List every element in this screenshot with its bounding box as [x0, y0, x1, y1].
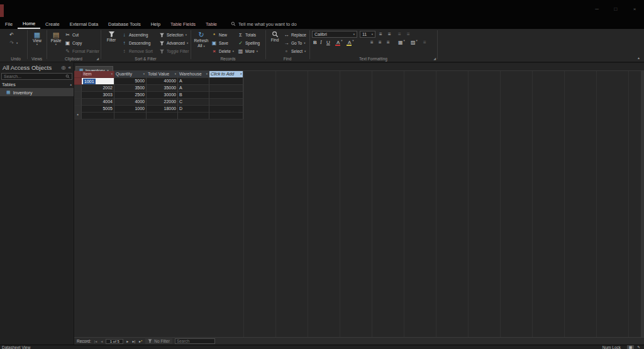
italic-button[interactable]: I [320, 40, 322, 47]
cell-total-value[interactable]: 30000 [147, 92, 178, 99]
row-selector[interactable] [74, 99, 82, 106]
row-selector[interactable] [74, 85, 82, 92]
cell-total-value[interactable] [147, 113, 178, 119]
copy-button[interactable]: ▣Copy [65, 39, 99, 47]
column-header-click-to-add[interactable]: Click to Add▾ [209, 71, 243, 78]
save-button[interactable]: ▣Save [211, 39, 234, 47]
cell-item[interactable] [82, 113, 114, 119]
totals-button[interactable]: ΣTotals [238, 31, 260, 39]
row-selector[interactable] [74, 92, 82, 99]
cell-quantity[interactable]: 5000 [114, 78, 147, 85]
tab-help[interactable]: Help [146, 19, 165, 29]
cell-item[interactable]: 2002 [82, 85, 114, 92]
delete-button[interactable]: ×Delete▾ [211, 47, 234, 55]
paste-button[interactable]: ▤ Paste ▾ [49, 31, 63, 46]
row-selector[interactable] [74, 78, 82, 85]
cell-click-to-add[interactable] [209, 92, 243, 99]
cell-warehouse[interactable] [178, 113, 209, 119]
cell-quantity[interactable]: 3500 [114, 85, 147, 92]
cell-quantity[interactable]: 2500 [114, 92, 147, 99]
column-header-quantity[interactable]: Quantity▾ [114, 71, 147, 78]
cell-total-value[interactable]: 22000 [147, 99, 178, 106]
cell-click-to-add[interactable] [209, 113, 243, 119]
find-button[interactable]: Find [268, 31, 282, 43]
text-formatting-dialog-launcher-icon[interactable]: ◢ [433, 57, 436, 60]
decrease-indent-icon[interactable]: ≡ [398, 31, 401, 39]
toggle-filter-button[interactable]: Toggle Filter [159, 47, 189, 55]
new-record-nav-button[interactable]: ▸* [138, 339, 143, 343]
clipboard-dialog-launcher-icon[interactable]: ◢ [96, 57, 99, 60]
bullet-list-icon[interactable]: ≡ [379, 31, 382, 39]
cell-item[interactable]: 4004 [82, 99, 114, 106]
tab-home[interactable]: Home [18, 19, 40, 29]
record-search-box[interactable] [175, 338, 215, 344]
cell-click-to-add[interactable] [209, 78, 243, 85]
record-search-input[interactable] [177, 339, 213, 343]
align-center-icon[interactable]: ≡ [379, 40, 382, 47]
cell-warehouse[interactable]: B [178, 92, 209, 99]
column-header-total-value[interactable]: Total Value▾ [147, 71, 178, 78]
shutter-close-icon[interactable]: « [69, 65, 71, 70]
highlight-color-button[interactable]: A▾ [348, 40, 354, 47]
gridlines-button[interactable]: ▦▾ [398, 40, 405, 47]
nav-search-input[interactable] [4, 74, 65, 79]
tab-database-tools[interactable]: Database Tools [103, 19, 146, 29]
datasheet-view-button[interactable]: ▦ [627, 345, 634, 349]
tab-table-fields[interactable]: Table Fields [165, 19, 201, 29]
align-left-icon[interactable]: ≡ [370, 40, 374, 47]
font-color-button[interactable]: A▾ [336, 40, 343, 47]
font-size-combo[interactable]: 11▾ [360, 31, 375, 38]
spelling-button[interactable]: ✓Spelling [238, 39, 260, 47]
cell-item[interactable]: 3003 [82, 92, 114, 99]
bold-button[interactable]: B [313, 40, 317, 47]
row-selector[interactable] [74, 106, 82, 113]
cell-total-value[interactable]: 40000 [147, 78, 178, 85]
nav-search-box[interactable] [1, 73, 72, 80]
nav-options-icon[interactable]: ◎ [62, 65, 66, 70]
more-button[interactable]: ▥More▾ [238, 47, 260, 55]
nav-item-inventory[interactable]: ▦ Inventory [0, 89, 74, 96]
goto-button[interactable]: →Go To▾ [284, 39, 306, 47]
cell-item[interactable]: 5005 [82, 106, 114, 113]
new-record-selector[interactable]: * [74, 113, 82, 119]
maximize-button[interactable]: □ [606, 6, 625, 12]
undo-button[interactable]: ↶ [9, 31, 18, 39]
filter-dropdown-icon[interactable]: ▾ [143, 71, 145, 77]
cell-item[interactable]: 1001 [82, 78, 114, 85]
nav-group-tables[interactable]: Tables ▴ [0, 80, 74, 89]
underline-button[interactable]: U [326, 40, 330, 47]
cell-warehouse[interactable]: A [178, 78, 209, 85]
column-header-warehouse[interactable]: Warehouse▾ [178, 71, 209, 78]
cell-warehouse[interactable]: A [178, 85, 209, 92]
advanced-button[interactable]: Advanced▾ [159, 39, 189, 47]
tab-table[interactable]: Table [201, 19, 222, 29]
select-all-corner[interactable] [74, 71, 82, 78]
background-color-button[interactable]: ▨▾ [411, 40, 418, 47]
view-button[interactable]: ▦ View ▾ [30, 31, 44, 46]
refresh-all-button[interactable]: ↻ Refresh All ▾ [193, 31, 209, 48]
text-direction-icon[interactable]: ≡ [423, 40, 426, 47]
cell-total-value[interactable]: 35000 [147, 85, 178, 92]
tab-create[interactable]: Create [40, 19, 65, 29]
selection-button[interactable]: Selection▾ [159, 31, 189, 39]
last-record-button[interactable]: ▸| [131, 339, 136, 343]
tab-external-data[interactable]: External Data [65, 19, 103, 29]
new-record-button[interactable]: *New [211, 31, 234, 39]
cut-button[interactable]: ✂Cut [65, 31, 99, 39]
filter-dropdown-icon[interactable]: ▾ [206, 71, 208, 77]
first-record-button[interactable]: |◂ [94, 339, 98, 343]
tell-me-box[interactable]: Tell me what you want to do [231, 19, 297, 29]
cell-total-value[interactable]: 18000 [147, 106, 178, 113]
tab-file[interactable]: File [0, 19, 18, 29]
select-button[interactable]: ▫Select▾ [284, 47, 306, 55]
align-right-icon[interactable]: ≡ [387, 40, 390, 47]
format-painter-button[interactable]: ✎Format Painter [65, 47, 99, 55]
cell-click-to-add[interactable] [209, 106, 243, 113]
cell-click-to-add[interactable] [209, 99, 243, 106]
filter-dropdown-icon[interactable]: ▾ [111, 71, 113, 77]
record-position-box[interactable]: 1 of 5 [106, 339, 123, 344]
ascending-button[interactable]: ↓Ascending [121, 31, 153, 39]
filter-button[interactable]: Filter [104, 31, 119, 43]
redo-button[interactable]: ↷▾ [9, 39, 18, 47]
previous-record-button[interactable]: ◂ [100, 339, 103, 343]
